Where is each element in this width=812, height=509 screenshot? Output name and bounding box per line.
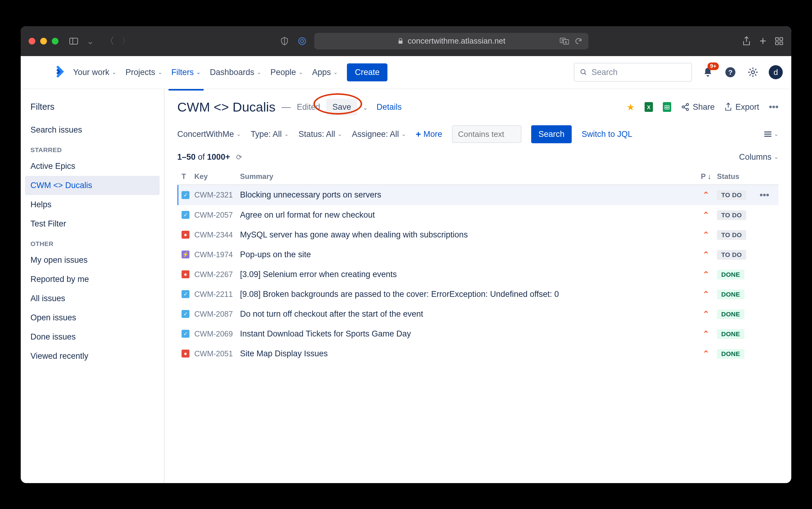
tab-overview-icon[interactable] <box>775 37 783 45</box>
status-badge[interactable]: TO DO <box>717 210 746 220</box>
excel-icon[interactable]: X <box>644 102 653 112</box>
table-row[interactable]: ✓CWM-2057Agree on url format for new che… <box>177 205 778 225</box>
star-icon[interactable]: ★ <box>627 102 635 112</box>
table-row[interactable]: ✓CWM-2087Do not turn off checkout after … <box>177 304 778 324</box>
issue-key[interactable]: CWM-2267 <box>194 270 240 279</box>
status-badge[interactable]: DONE <box>717 349 744 359</box>
table-row[interactable]: ✓CWM-2321Blocking unnecessary ports on s… <box>177 185 778 205</box>
app-switcher-icon[interactable] <box>29 66 43 79</box>
filter-type[interactable]: Type: All⌄ <box>251 130 289 139</box>
settings-icon[interactable] <box>746 66 760 79</box>
refresh-icon[interactable]: ⟳ <box>236 153 242 161</box>
sidebar-starred-item[interactable]: Test Filter <box>25 214 159 234</box>
sidebar-starred-item[interactable]: Helps <box>25 195 159 214</box>
issue-summary[interactable]: MySQL server has gone away when dealing … <box>240 230 695 240</box>
sidebar-other-item[interactable]: Done issues <box>25 327 159 346</box>
issue-key[interactable]: CWM-1974 <box>194 250 240 259</box>
filter-assignee[interactable]: Assignee: All⌄ <box>352 130 406 139</box>
status-badge[interactable]: TO DO <box>717 250 746 260</box>
issue-key[interactable]: CWM-2211 <box>194 290 240 299</box>
issue-summary[interactable]: [9.08] Broken backgrounds are passed to … <box>240 290 695 299</box>
issue-key[interactable]: CWM-2051 <box>194 349 240 358</box>
notifications-icon[interactable]: 9+ <box>701 66 714 79</box>
table-row[interactable]: ⚡CWM-1974Pop-ups on the site⌃TO DO <box>177 245 778 265</box>
col-type[interactable]: T <box>182 172 194 181</box>
issue-key[interactable]: CWM-2321 <box>194 191 240 199</box>
details-link[interactable]: Details <box>376 102 402 112</box>
more-actions-icon[interactable]: ••• <box>769 102 778 112</box>
share-browser-icon[interactable] <box>742 36 751 46</box>
issue-key[interactable]: CWM-2057 <box>194 211 240 219</box>
translate-icon[interactable] <box>560 37 569 45</box>
shield-icon[interactable] <box>279 36 290 47</box>
issue-key[interactable]: CWM-2344 <box>194 230 240 239</box>
status-badge[interactable]: DONE <box>717 270 744 279</box>
issue-summary[interactable]: [3.09] Selenium error when creating even… <box>240 270 695 279</box>
sidebar-toggle-icon[interactable] <box>68 36 79 47</box>
sheets-icon[interactable] <box>663 102 671 112</box>
nav-filters[interactable]: Filters⌄ <box>172 65 201 79</box>
col-status[interactable]: Status <box>717 172 760 181</box>
maximize-window-icon[interactable] <box>52 38 59 44</box>
table-row[interactable]: ●CWM-2267[3.09] Selenium error when crea… <box>177 265 778 284</box>
nav-dashboards[interactable]: Dashboards⌄ <box>210 65 261 79</box>
new-tab-icon[interactable]: + <box>760 34 766 47</box>
nav-projects[interactable]: Projects⌄ <box>125 65 162 79</box>
share-button[interactable]: Share <box>681 102 714 112</box>
status-badge[interactable]: DONE <box>717 309 744 319</box>
sidebar-other-item[interactable]: Reported by me <box>25 270 159 289</box>
url-bar[interactable]: concertwithme.atlassian.net <box>314 33 588 49</box>
password-icon[interactable] <box>297 36 308 47</box>
sidebar-other-item[interactable]: All issues <box>25 289 159 308</box>
forward-icon[interactable]: 〉 <box>121 36 132 47</box>
view-toggle-icon[interactable]: ⌄ <box>764 131 778 137</box>
issue-key[interactable]: CWM-2087 <box>194 310 240 318</box>
nav-your-work[interactable]: Your work⌄ <box>73 65 116 79</box>
filter-more[interactable]: +More <box>416 129 442 139</box>
search-button[interactable]: Search <box>531 125 572 143</box>
col-key[interactable]: Key <box>194 172 240 181</box>
table-row[interactable]: ●CWM-2051Site Map Display Issues⌃DONE <box>177 344 778 364</box>
reload-icon[interactable] <box>575 37 582 45</box>
issue-summary[interactable]: Instant Download Tickets for Sports Game… <box>240 329 695 339</box>
sidebar-other-item[interactable]: My open issues <box>25 250 159 270</box>
tab-chevron-down-icon[interactable]: ⌄ <box>85 36 96 47</box>
table-row[interactable]: ✓CWM-2211[9.08] Broken backgrounds are p… <box>177 284 778 304</box>
issue-summary[interactable]: Blocking unnecessary ports on servers <box>240 190 695 200</box>
sidebar-starred-item[interactable]: Active Epics <box>25 157 159 176</box>
sidebar-starred-item[interactable]: CWM <> Ducalis <box>25 176 159 195</box>
close-window-icon[interactable] <box>29 38 35 44</box>
save-chevron-icon[interactable]: ⌄ <box>363 104 368 111</box>
nav-apps[interactable]: Apps⌄ <box>312 65 338 79</box>
sidebar-other-item[interactable]: Open issues <box>25 308 159 327</box>
table-row[interactable]: ●CWM-2344MySQL server has gone away when… <box>177 225 778 245</box>
nav-people[interactable]: People⌄ <box>270 65 303 79</box>
sidebar-other-item[interactable]: Viewed recently <box>25 346 159 366</box>
status-badge[interactable]: DONE <box>717 290 744 299</box>
issue-key[interactable]: CWM-2069 <box>194 330 240 338</box>
export-button[interactable]: Export <box>724 102 759 112</box>
issue-summary[interactable]: Agree on url format for new checkout <box>240 210 695 220</box>
issue-summary[interactable]: Pop-ups on the site <box>240 250 695 259</box>
sidebar-search-issues[interactable]: Search issues <box>25 121 159 140</box>
col-summary[interactable]: Summary <box>240 172 695 181</box>
status-badge[interactable]: DONE <box>717 329 744 339</box>
issue-summary[interactable]: Site Map Display Issues <box>240 349 695 359</box>
issue-summary[interactable]: Do not turn off checkout after the start… <box>240 309 695 319</box>
create-button[interactable]: Create <box>347 63 387 81</box>
switch-to-jql-link[interactable]: Switch to JQL <box>582 130 632 139</box>
save-button[interactable]: Save <box>326 99 357 115</box>
contains-text-input[interactable] <box>452 125 521 143</box>
search-input[interactable]: Search <box>574 63 692 82</box>
col-priority[interactable]: P ↓ <box>695 172 717 181</box>
jira-logo-icon[interactable] <box>52 66 64 79</box>
help-icon[interactable]: ? <box>724 66 737 79</box>
row-more-icon[interactable]: ••• <box>760 190 769 200</box>
filter-project[interactable]: ConcertWithMe⌄ <box>177 130 241 139</box>
table-row[interactable]: ✓CWM-2069Instant Download Tickets for Sp… <box>177 324 778 344</box>
avatar[interactable]: d <box>769 65 783 79</box>
minimize-window-icon[interactable] <box>40 38 47 44</box>
status-badge[interactable]: TO DO <box>717 230 746 240</box>
filter-status[interactable]: Status: All⌄ <box>298 130 342 139</box>
back-icon[interactable]: 〈 <box>104 36 115 47</box>
